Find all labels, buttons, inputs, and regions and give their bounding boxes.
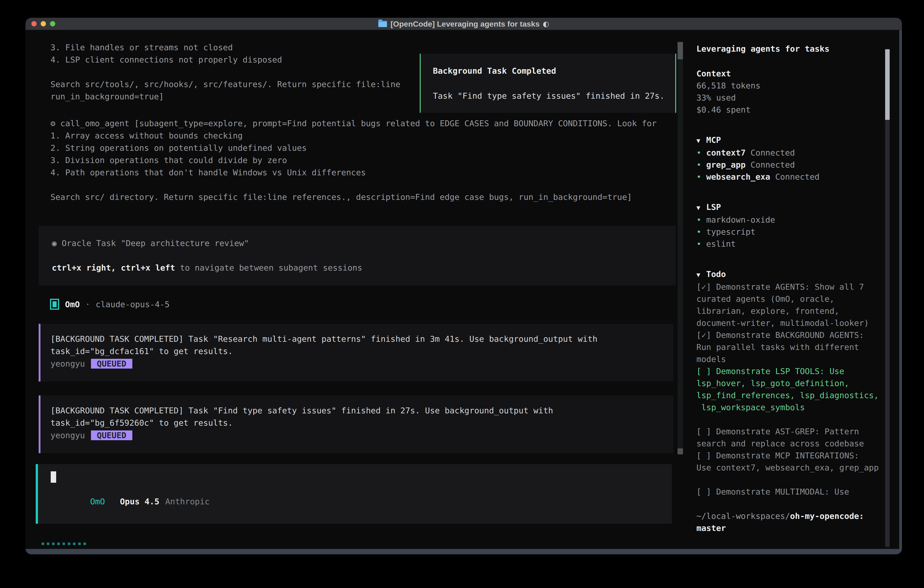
agent-separator: ·	[85, 300, 90, 309]
tool-call-block: ⚙ call_omo_agent [subagent_type=explore,…	[51, 117, 657, 203]
app-window: [OpenCode] Leveraging agents for tasks ◐…	[25, 18, 902, 554]
text-line	[51, 179, 657, 191]
scrollbar-thumb[interactable]	[885, 50, 890, 120]
workspace-path: ~/local-workspaces/oh-my-opencode:master	[696, 510, 887, 534]
progress-dot-icon	[52, 543, 54, 545]
text-line: search and replace across codebase	[696, 438, 887, 449]
task-line-1: [BACKGROUND TASK COMPLETED] Task "Find t…	[51, 405, 673, 417]
agent-header: OmO · claude-opus-4-5	[50, 298, 170, 310]
todo-heading[interactable]: ▼ Todo	[696, 268, 887, 281]
oracle-icon: ◉	[52, 238, 62, 248]
status-dot-icon: •	[696, 159, 706, 171]
mcp-list: • context7 Connected• grep_app Connected…	[696, 147, 887, 183]
text-line: 4. Path operations that don't handle Win…	[51, 167, 657, 179]
text-line: 66,518 tokens	[696, 79, 887, 92]
agent-icon	[50, 299, 59, 310]
text-line: curated agents (OmO, oracle,	[696, 293, 887, 305]
collapse-arrow-icon: ▼	[696, 135, 706, 147]
agent-name: OmO	[65, 300, 80, 309]
text-line: 4. LSP client connections not properly d…	[51, 54, 400, 66]
text-line: Use context7, websearch_exa, grep_app	[696, 462, 887, 474]
content-area: 3. File handles or streams not closed4. …	[25, 30, 899, 549]
text-line: ◉ Oracle Task "Deep architecture review"	[52, 237, 676, 249]
text-line: ~/local-workspaces/oh-my-opencode:	[696, 510, 887, 522]
text-cursor	[51, 471, 56, 483]
text-line: 1. Array access without bounds checking	[51, 130, 657, 142]
text-line: document-writer, multimodal-looker)	[696, 317, 887, 329]
chat-log-top: 3. File handles or streams not closed4. …	[51, 41, 400, 103]
progress-dot-icon	[63, 543, 65, 545]
status-dot-icon: •	[696, 214, 706, 226]
text-line: ▼ MCP	[696, 134, 887, 147]
prompt-input[interactable]: OmOOpus 4.5Anthropic	[36, 464, 672, 524]
agent-model: claude-opus-4-5	[96, 300, 170, 309]
scrollbar-thumb[interactable]	[678, 42, 683, 59]
activity-dots-icon	[41, 537, 89, 547]
text-line: [ ] Demonstrate AST-GREP: Pattern	[696, 425, 887, 438]
text-line: • context7 Connected	[696, 147, 887, 159]
text-line: 3. File handles or streams not closed	[51, 41, 400, 54]
progress-dot-icon	[47, 543, 50, 545]
task-line-2: task_id="bg_dcfac161" to get results.	[51, 345, 673, 357]
progress-dot-icon	[78, 543, 81, 545]
status-dot-icon: •	[696, 147, 706, 159]
input-model-name: Opus 4.5	[120, 497, 159, 506]
task-line-2: task_id="bg_6f59260c" to get results.	[51, 417, 673, 429]
progress-dot-icon	[41, 543, 44, 545]
text-line: lsp_find_references, lsp_diagnostics,	[696, 389, 887, 401]
background-task-message: [BACKGROUND TASK COMPLETED] Task "Resear…	[39, 324, 673, 382]
window-title: [OpenCode] Leveraging agents for tasks	[391, 20, 540, 28]
text-line: 3. Division operations that could divide…	[51, 154, 657, 167]
oracle-task-box: ◉ Oracle Task "Deep architecture review"…	[39, 226, 676, 286]
text-line: ⚙ call_omo_agent [subagent_type=explore,…	[51, 117, 657, 130]
text-line	[51, 66, 400, 78]
text-line: ▼ LSP	[696, 201, 887, 214]
text-line: master	[696, 522, 887, 534]
text-line: $0.46 spent	[696, 104, 887, 116]
text-line: models	[696, 353, 887, 365]
session-title: Leveraging agents for tasks	[696, 43, 887, 55]
text-line	[696, 474, 887, 486]
background-task-message: [BACKGROUND TASK COMPLETED] Task "Find t…	[39, 395, 673, 453]
scrollbar-thumb[interactable]	[678, 448, 683, 454]
window-bottom-edge	[25, 549, 902, 554]
mcp-heading[interactable]: ▼ MCP	[696, 134, 887, 147]
notification-body: Task "Find type safety issues" finished …	[433, 91, 675, 101]
folder-icon	[378, 21, 387, 27]
text-line: 33% used	[696, 92, 887, 104]
model-row: OmOOpus 4.5Anthropic	[51, 487, 210, 515]
notification-title: Background Task Completed	[433, 66, 675, 76]
input-provider-name: Anthropic	[165, 497, 210, 506]
gear-icon: ⚙	[51, 119, 60, 128]
task-footer: yeongyu QUEUED	[51, 429, 673, 441]
text-line	[52, 249, 676, 262]
chat-scrollbar[interactable]	[678, 41, 683, 455]
sidebar: Leveraging agents for tasks Context 66,5…	[696, 30, 887, 549]
lsp-heading[interactable]: ▼ LSP	[696, 201, 887, 214]
titlebar: [OpenCode] Leveraging agents for tasks ◐	[25, 18, 902, 30]
text-line: Search src/ directory. Return specific f…	[51, 191, 657, 203]
text-line: Run parallel tasks with different	[696, 341, 887, 353]
notification-toast[interactable]: Background Task Completed Task "Find typ…	[420, 54, 676, 113]
lsp-list: • markdown-oxide• typescript• eslint	[696, 214, 887, 250]
status-dot-icon: •	[696, 238, 706, 250]
task-user: yeongyu	[51, 359, 85, 368]
text-line: run_in_background=true]	[51, 91, 400, 103]
text-line: librarian, explore, frontend,	[696, 305, 887, 317]
text-line: 2. String operations on potentially unde…	[51, 142, 657, 154]
sidebar-scrollbar[interactable]	[885, 49, 890, 547]
progress-dot-icon	[73, 543, 76, 545]
input-agent-name: OmO	[90, 497, 105, 506]
text-line: ctrl+x right, ctrl+x left to navigate be…	[52, 262, 676, 274]
text-line: • markdown-oxide	[696, 214, 887, 226]
text-line: • grep_app Connected	[696, 159, 887, 171]
text-line: [ ] Demonstrate LSP TOOLS: Use	[696, 365, 887, 377]
window-right-edge	[899, 30, 902, 549]
text-line: Search src/tools/, src/hooks/, src/featu…	[51, 78, 400, 91]
todo-list: [✓] Demonstrate AGENTS: Show all 7curate…	[696, 281, 887, 498]
window-title-area: [OpenCode] Leveraging agents for tasks ◐	[25, 18, 902, 30]
text-line: [✓] Demonstrate AGENTS: Show all 7	[696, 281, 887, 293]
progress-dot-icon	[83, 543, 86, 545]
text-line: lsp_workspace_symbols	[696, 401, 887, 413]
text-line	[696, 413, 887, 425]
